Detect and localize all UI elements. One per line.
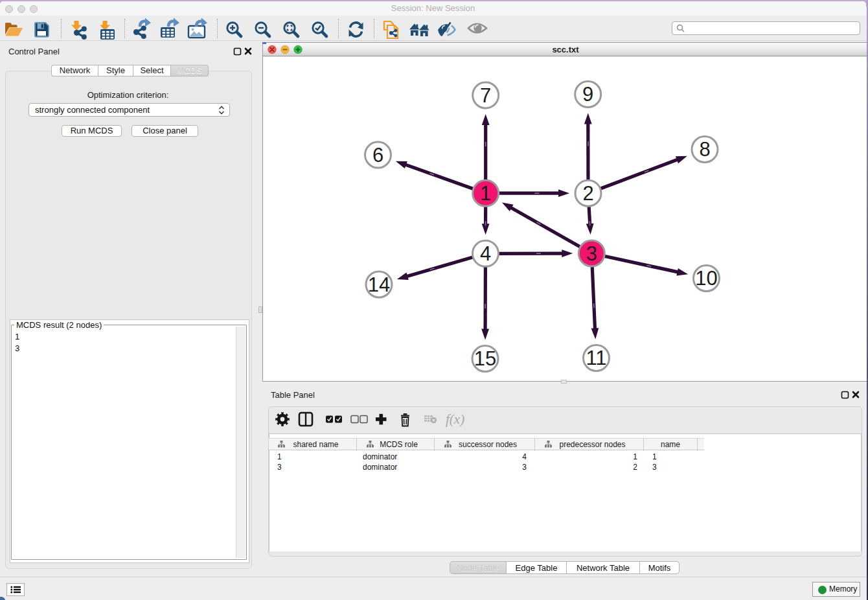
svg-text:3: 3 xyxy=(586,242,597,265)
svg-text:9: 9 xyxy=(582,83,593,106)
svg-text:f(x): f(x) xyxy=(446,411,464,427)
svg-text:4: 4 xyxy=(480,242,491,265)
svg-text:6: 6 xyxy=(372,144,383,167)
svg-text:10: 10 xyxy=(695,267,717,290)
svg-text:11: 11 xyxy=(586,347,606,369)
svg-text:14: 14 xyxy=(368,273,390,296)
svg-text:1: 1 xyxy=(480,182,491,205)
svg-text:7: 7 xyxy=(480,84,491,107)
svg-text:2: 2 xyxy=(582,182,593,205)
svg-text:15: 15 xyxy=(474,347,496,370)
svg-text:8: 8 xyxy=(699,138,710,161)
